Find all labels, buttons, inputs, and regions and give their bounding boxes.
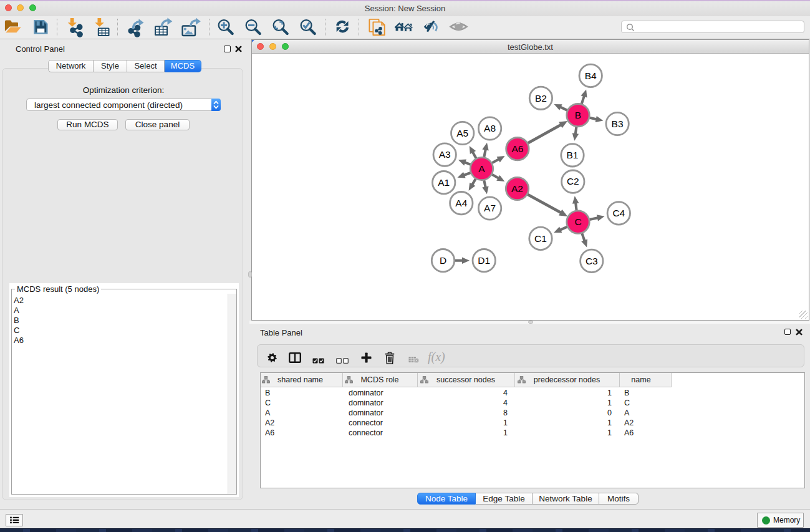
svg-text:B3: B3 <box>612 118 624 129</box>
svg-text:B1: B1 <box>567 150 579 160</box>
svg-text:B2: B2 <box>535 93 547 104</box>
svg-text:D: D <box>440 255 446 266</box>
svg-text:C1: C1 <box>534 233 547 244</box>
svg-text:A7: A7 <box>484 203 496 213</box>
svg-text:A2: A2 <box>511 183 523 194</box>
svg-text:A3: A3 <box>439 149 451 160</box>
svg-text:D1: D1 <box>478 255 490 266</box>
svg-text:A5: A5 <box>456 128 468 138</box>
svg-text:C3: C3 <box>586 256 598 266</box>
svg-text:C2: C2 <box>567 176 579 186</box>
svg-text:A6: A6 <box>511 143 523 154</box>
svg-text:B: B <box>575 110 581 120</box>
svg-text:A4: A4 <box>455 198 467 208</box>
svg-text:A: A <box>478 163 485 174</box>
svg-text:A1: A1 <box>438 177 450 188</box>
svg-text:A8: A8 <box>484 123 496 133</box>
svg-text:C4: C4 <box>612 208 625 218</box>
svg-text:B4: B4 <box>585 70 597 81</box>
svg-text:C: C <box>574 216 581 227</box>
